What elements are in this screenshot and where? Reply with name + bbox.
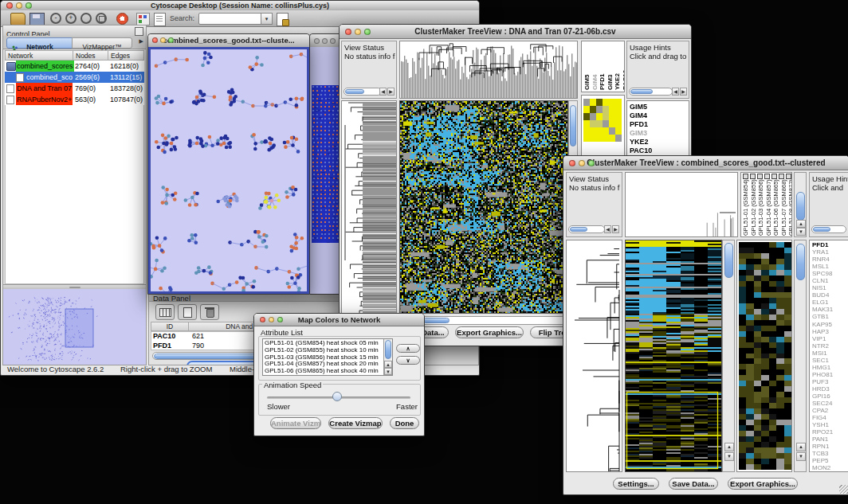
matrix-cell[interactable] [583, 99, 590, 106]
matrix-cell[interactable] [609, 135, 615, 142]
matrix-cell[interactable] [615, 113, 622, 120]
matrix-cell[interactable] [609, 99, 615, 106]
matrix-cell[interactable] [596, 135, 603, 142]
done-button[interactable]: Done [390, 417, 419, 429]
matrix-cell[interactable] [615, 127, 622, 135]
vscroll-thumb[interactable] [796, 192, 805, 221]
gene-label[interactable]: CLN1 [812, 277, 833, 284]
network-list-row[interactable]: combined_scores2764(0)16218(0) [5, 61, 144, 72]
scroll-left-icon[interactable]: ◀ [379, 88, 387, 96]
vscroll-thumb[interactable] [796, 244, 805, 280]
gene-label[interactable]: NIS1 [812, 284, 833, 291]
column-header-network[interactable]: Network [5, 50, 73, 61]
gene-label[interactable]: SPC98 [812, 270, 833, 277]
gene-label[interactable]: PUF3 [812, 378, 833, 385]
matrix-cell[interactable] [609, 113, 615, 120]
delete-attribute-icon[interactable] [200, 304, 219, 320]
matrix-cell[interactable] [596, 113, 603, 120]
gene-label[interactable]: SEC1 [812, 357, 833, 364]
table-icon[interactable] [155, 304, 175, 320]
close-icon[interactable] [152, 37, 158, 43]
tv2-heatmap[interactable] [625, 240, 722, 472]
gene-label[interactable]: HRD3 [812, 385, 833, 393]
minimize-icon[interactable] [579, 160, 585, 166]
dialog-titlebar[interactable]: Map Colors to Network [254, 314, 424, 326]
gene-label[interactable]: SEC24 [812, 400, 833, 407]
gene-label[interactable]: TCB3 [812, 450, 833, 457]
minimize-icon[interactable] [16, 2, 22, 9]
scroll-right-icon[interactable]: ▶ [680, 88, 687, 96]
gene-label[interactable]: VIP1 [812, 335, 833, 342]
matrix-cell[interactable] [603, 135, 609, 142]
gene-label[interactable]: YRA1 [812, 248, 833, 256]
birdseye-view[interactable] [3, 289, 146, 365]
wizard-icon[interactable] [277, 13, 289, 26]
gene-label[interactable]: MON2 [812, 464, 833, 471]
gene-label[interactable]: MSL1 [812, 263, 833, 270]
vscroll-thumb[interactable] [570, 105, 576, 147]
scroll-right-icon[interactable]: ▶ [387, 88, 395, 96]
gene-label[interactable]: KAP95 [812, 321, 833, 328]
matrix-cell[interactable] [596, 120, 603, 127]
tv2-vscrollbar[interactable]: ▲ ▼ [722, 240, 735, 472]
gene-label[interactable]: RPN1 [812, 443, 833, 450]
new-attribute-icon[interactable] [178, 304, 197, 320]
scroll-up-icon[interactable]: ▲ [796, 443, 806, 451]
vscroll-thumb[interactable] [724, 243, 733, 278]
matrix-cell[interactable] [590, 135, 596, 142]
scroll-left-icon[interactable]: ◀ [604, 225, 611, 233]
gene-label[interactable]: HAP3 [812, 328, 833, 335]
tv1-hints-scrollbar[interactable] [629, 88, 673, 96]
resize-grip-icon[interactable] [839, 485, 848, 494]
tab-vizmapper[interactable]: VizMapper™ [72, 37, 132, 49]
tv2-status-scrollbar[interactable] [568, 225, 605, 233]
matrix-cell[interactable] [583, 120, 590, 127]
hscroll-thumb[interactable] [422, 318, 450, 323]
gene-label[interactable]: MAK31 [812, 306, 833, 313]
save-icon[interactable] [29, 13, 45, 25]
scroll-down-icon[interactable]: ▼ [384, 368, 392, 375]
close-icon[interactable] [569, 160, 575, 166]
vizmap-icon[interactable] [136, 13, 150, 25]
gene-label[interactable]: CPA2 [812, 407, 833, 414]
attribute-list[interactable]: GPL51-01 (GSM854) heat shock 05 minGPL51… [262, 338, 393, 376]
tab-overflow-arrow[interactable]: ▶ [139, 38, 143, 45]
zoom-selected-icon[interactable] [80, 13, 92, 24]
gene-label[interactable]: RPO21 [812, 428, 833, 436]
tv1-heatmap[interactable] [399, 100, 568, 314]
matrix-cell[interactable] [609, 120, 615, 127]
matrix-cell[interactable] [596, 106, 603, 113]
treeview1-titlebar[interactable]: ClusterMaker TreeView : DNA and Tran 07-… [340, 25, 691, 39]
matrix-cell[interactable] [583, 113, 590, 120]
tv1-row-tree[interactable] [341, 100, 397, 314]
zoom-fit-icon[interactable] [96, 13, 107, 24]
matrix-cell[interactable] [603, 99, 609, 106]
zoom-window-icon[interactable] [588, 160, 595, 166]
tv1-column-tree[interactable] [399, 41, 578, 99]
matrix-cell[interactable] [615, 135, 622, 142]
matrix-cell[interactable] [596, 99, 603, 106]
tab-network[interactable]: Network [6, 37, 73, 49]
matrix-cell[interactable] [615, 106, 622, 113]
treeview2-titlebar[interactable]: ClusterMaker TreeView : combined_scores_… [563, 156, 848, 170]
search-dropdown-arrow-icon[interactable]: ▾ [261, 13, 273, 25]
scroll-right-icon[interactable]: ▶ [612, 225, 619, 233]
slider-thumb[interactable] [332, 392, 342, 401]
lifering-icon[interactable] [116, 13, 128, 25]
scroll-left-icon[interactable]: ◀ [672, 88, 679, 96]
column-header-nodes[interactable]: Nodes [73, 50, 108, 61]
search-input[interactable] [198, 13, 262, 25]
gene-label[interactable]: GPI16 [812, 393, 833, 400]
animate-vizmap-button[interactable]: Animate Vizmap [270, 417, 321, 429]
scroll-up-icon[interactable]: ▲ [384, 361, 392, 368]
gene-label[interactable]: MSI1 [812, 350, 833, 357]
matrix-cell[interactable] [603, 113, 609, 120]
minimize-icon[interactable] [269, 317, 274, 322]
tv1-status-scrollbar[interactable] [344, 88, 382, 96]
move-up-button[interactable]: ∧ [396, 344, 420, 353]
gene-label[interactable]: FIG4 [812, 414, 833, 421]
scroll-down-icon[interactable]: ▼ [724, 452, 734, 461]
gene-label[interactable]: GTB1 [812, 313, 833, 320]
matrix-cell[interactable] [596, 127, 603, 135]
column-header[interactable]: ID [151, 322, 189, 331]
